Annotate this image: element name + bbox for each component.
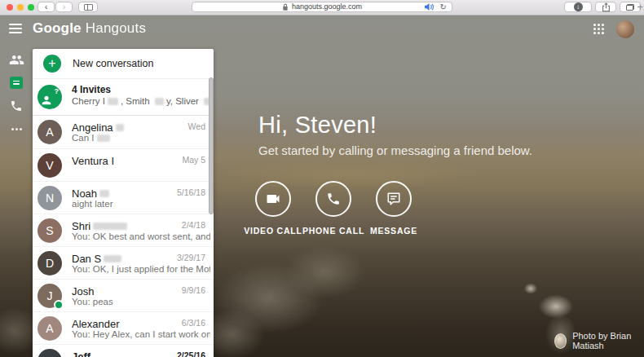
- conversation-name: Shri: [72, 220, 90, 232]
- share-icon: [602, 2, 611, 12]
- avatar: V: [37, 153, 62, 178]
- conversation-list-item[interactable]: S Shri You: OK best and worst sent, and …: [33, 214, 214, 246]
- phone-call-circle: [315, 181, 351, 217]
- redacted-text: [93, 223, 127, 230]
- conversation-name: Ventura I: [72, 155, 114, 167]
- conversation-snippet: You: OK, I just applied for the Motley F…: [72, 264, 210, 274]
- account-avatar[interactable]: [616, 20, 634, 38]
- redacted-text: [104, 255, 121, 262]
- greeting-title: Hi, Steven!: [258, 112, 532, 138]
- phone-handset-icon: [326, 192, 341, 206]
- list-scrollbar[interactable]: [209, 77, 214, 214]
- conversation-date: 6/3/16: [182, 318, 205, 328]
- conversation-snippet: You: peas: [72, 297, 210, 306]
- avatar: N: [37, 186, 62, 210]
- message-label: MESSAGE: [370, 226, 417, 236]
- conversation-panel: + New conversation ? 4 Invites Cherry I,…: [33, 49, 214, 357]
- greeting-subtitle: Get started by calling or messaging a fr…: [258, 143, 532, 157]
- redacted-text: [97, 134, 110, 142]
- new-tab-button[interactable]: +: [637, 1, 643, 13]
- conversation-snippet: aight later: [72, 199, 210, 209]
- contacts-icon: [9, 55, 24, 65]
- message-button[interactable]: MESSAGE: [364, 181, 424, 236]
- invites-subtitle: Cherry I, Smith y, Sliver s, L…: [72, 96, 209, 106]
- close-window-button[interactable]: [7, 4, 13, 11]
- tabs-icon: [626, 4, 634, 11]
- browser-back-button[interactable]: ‹: [37, 2, 55, 12]
- conversation-date: 5/16/18: [177, 187, 205, 197]
- conversation-list-item[interactable]: V Ventura I May 5: [33, 148, 214, 181]
- message-circle: [376, 181, 412, 217]
- conversation-list-item[interactable]: A Alexander You: Hey Alex, can I start w…: [33, 311, 214, 344]
- browser-sidebar-button[interactable]: [78, 2, 98, 12]
- browser-chrome: ‹ › hangouts.google.com ↻ ↓ +: [0, 0, 644, 15]
- conversation-list-item[interactable]: J Jeff 2/25/16: [33, 344, 214, 357]
- new-conversation-button[interactable]: + New conversation: [33, 49, 214, 79]
- downloads-button[interactable]: ↓: [564, 2, 592, 12]
- photo-credit-text: Photo by Brian Matiash: [572, 331, 644, 350]
- conversation-snippet: Can I: [72, 133, 210, 143]
- browser-forward-button[interactable]: ›: [55, 2, 73, 12]
- plus-icon: +: [43, 55, 61, 73]
- welcome-area: Hi, Steven! Get started by calling or me…: [258, 112, 532, 157]
- conversation-list-item[interactable]: J Josh You: peas 9/9/16: [33, 279, 214, 311]
- conversation-list: A Angelina Can I Wed V Ventura I May 5 N…: [33, 116, 214, 357]
- chat-icon: [10, 77, 23, 89]
- phone-call-button[interactable]: PHONE CALL: [303, 181, 364, 236]
- conversation-list-item[interactable]: A Angelina Can I Wed: [33, 116, 214, 148]
- contacts-tab[interactable]: [0, 49, 33, 70]
- invites-title: 4 Invites: [72, 84, 111, 95]
- avatar: J: [37, 349, 62, 357]
- phone-tab[interactable]: [0, 95, 33, 117]
- photo-credit: Photo by Brian Matiash: [554, 331, 644, 350]
- message-bubble-icon: [386, 192, 401, 206]
- conversation-date: 2/25/16: [177, 350, 205, 357]
- invites-avatar: ?: [37, 85, 62, 109]
- avatar-initial: N: [46, 192, 54, 205]
- address-bar[interactable]: hangouts.google.com ↻: [192, 2, 452, 12]
- zoom-window-button[interactable]: [28, 4, 34, 11]
- conversation-date: 9/9/16: [182, 285, 205, 295]
- question-mark-icon: ?: [55, 87, 60, 95]
- conversation-date: 2/4/18: [182, 220, 205, 230]
- overflow-dots-icon: [15, 128, 18, 130]
- logo-hangouts: Hangouts: [86, 20, 146, 36]
- window-controls: [7, 4, 34, 11]
- avatar-initial: J: [47, 289, 53, 302]
- phone-icon: [10, 99, 23, 112]
- conversation-name: Noah: [72, 187, 97, 200]
- conversation-list-item[interactable]: D Dan S You: OK, I just applied for the …: [33, 246, 214, 279]
- conversation-date: May 5: [182, 155, 205, 165]
- quick-actions: VIDEO CALL PHONE CALL MESSAGE: [243, 181, 424, 236]
- menu-icon[interactable]: [9, 28, 22, 29]
- video-camera-icon: [265, 191, 281, 207]
- conversations-tab[interactable]: [0, 72, 33, 93]
- conversation-list-item[interactable]: N Noah aight later 5/16/18: [33, 181, 214, 214]
- redacted-text: [116, 124, 124, 131]
- app-header: GoogleHangouts: [0, 15, 644, 42]
- logo-google: Google: [33, 20, 82, 36]
- avatar-initial: D: [46, 257, 54, 270]
- google-apps-button[interactable]: [593, 24, 604, 34]
- more-options-tab[interactable]: [0, 118, 33, 139]
- share-button[interactable]: [595, 2, 616, 12]
- minimize-window-button[interactable]: [17, 4, 24, 11]
- app-logo: GoogleHangouts: [33, 20, 146, 37]
- avatar: J: [37, 284, 62, 308]
- conversation-snippet: You: Hey Alex, can I start work on “3 Be…: [72, 329, 210, 339]
- forward-icon: ›: [63, 2, 66, 11]
- reload-icon[interactable]: ↻: [440, 3, 447, 11]
- conversation-name: Alexander: [72, 318, 120, 330]
- redacted-text: [99, 190, 109, 197]
- avatar: A: [37, 316, 62, 341]
- avatar: D: [37, 251, 62, 275]
- avatar: S: [37, 218, 62, 243]
- avatar-initial: A: [46, 322, 53, 335]
- video-call-button[interactable]: VIDEO CALL: [243, 181, 303, 236]
- conversation-date: 3/29/17: [177, 253, 205, 262]
- conversation-name: Josh: [72, 285, 94, 298]
- video-call-label: VIDEO CALL: [244, 226, 302, 236]
- invites-row[interactable]: ? 4 Invites Cherry I, Smith y, Sliver s,…: [33, 79, 214, 116]
- audio-playing-icon[interactable]: [424, 2, 434, 11]
- back-icon: ‹: [45, 2, 48, 11]
